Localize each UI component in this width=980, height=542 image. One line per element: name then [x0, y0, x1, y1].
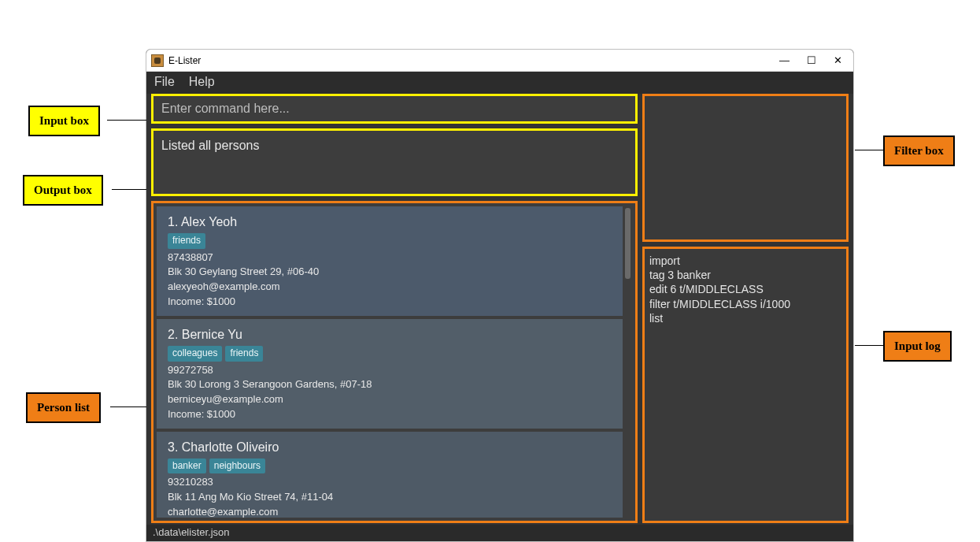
- filter-box: [642, 94, 849, 242]
- person-income: Income: $1000: [168, 407, 613, 422]
- person-title: 2. Bernice Yu: [168, 325, 613, 343]
- status-bar: .\data\elister.json: [146, 525, 853, 541]
- connector: [112, 189, 146, 190]
- connector: [110, 406, 146, 407]
- tag: neighbours: [209, 458, 265, 473]
- input-log: import tag 3 banker edit 6 t/MIDDLECLASS…: [642, 247, 849, 523]
- connector: [855, 150, 883, 150]
- app-icon: [151, 54, 164, 67]
- callout-filter-box: Filter box: [883, 136, 955, 166]
- person-card[interactable]: 3. Charlotte Oliveirobankerneighbours932…: [157, 432, 623, 518]
- person-income: Income: $1000: [168, 295, 613, 310]
- menu-file[interactable]: File: [154, 75, 175, 89]
- person-card[interactable]: 2. Bernice Yucolleaguesfriends99272758Bl…: [157, 319, 623, 429]
- person-title: 1. Alex Yeoh: [168, 213, 613, 231]
- person-title: 3. Charlotte Oliveiro: [168, 438, 613, 456]
- output-box: Listed all persons: [151, 128, 638, 196]
- person-address: Blk 30 Lorong 3 Serangoon Gardens, #07-1…: [168, 377, 613, 392]
- person-tags: colleaguesfriends: [168, 346, 613, 361]
- person-address: Blk 30 Geylang Street 29, #06-40: [168, 265, 613, 280]
- command-input[interactable]: Enter command here...: [151, 94, 638, 124]
- callout-output-box: Output box: [23, 175, 103, 206]
- tag: colleagues: [168, 346, 222, 361]
- close-button[interactable]: ✕: [834, 54, 842, 66]
- person-tags: friends: [168, 233, 613, 248]
- callout-person-list: Person list: [26, 392, 101, 423]
- title-bar: E-Lister — ☐ ✕: [146, 50, 853, 72]
- minimize-button[interactable]: —: [779, 54, 790, 66]
- person-address: Blk 11 Ang Mo Kio Street 74, #11-04: [168, 490, 613, 505]
- callout-input-log: Input log: [883, 331, 952, 362]
- person-email: alexyeoh@example.com: [168, 280, 613, 295]
- person-phone: 87438807: [168, 251, 613, 265]
- scrollbar-thumb[interactable]: [625, 208, 631, 279]
- person-phone: 93210283: [168, 475, 613, 490]
- tag: friends: [168, 233, 205, 248]
- connector: [107, 120, 146, 121]
- connector: [855, 345, 883, 346]
- person-phone: 99272758: [168, 363, 613, 378]
- tag: friends: [225, 346, 263, 361]
- person-email: charlotte@example.com: [168, 505, 613, 518]
- menu-bar: File Help: [146, 72, 853, 94]
- app-window: E-Lister — ☐ ✕ File Help Enter command h…: [146, 49, 854, 542]
- menu-help[interactable]: Help: [189, 75, 215, 89]
- window-title: E-Lister: [168, 55, 779, 66]
- person-email: berniceyu@example.com: [168, 392, 613, 407]
- maximize-button[interactable]: ☐: [807, 54, 816, 66]
- person-list: 1. Alex Yeohfriends87438807Blk 30 Geylan…: [151, 201, 638, 523]
- person-tags: bankerneighbours: [168, 458, 613, 473]
- callout-input-box: Input box: [28, 106, 100, 136]
- tag: banker: [168, 458, 206, 473]
- person-card[interactable]: 1. Alex Yeohfriends87438807Blk 30 Geylan…: [157, 206, 623, 316]
